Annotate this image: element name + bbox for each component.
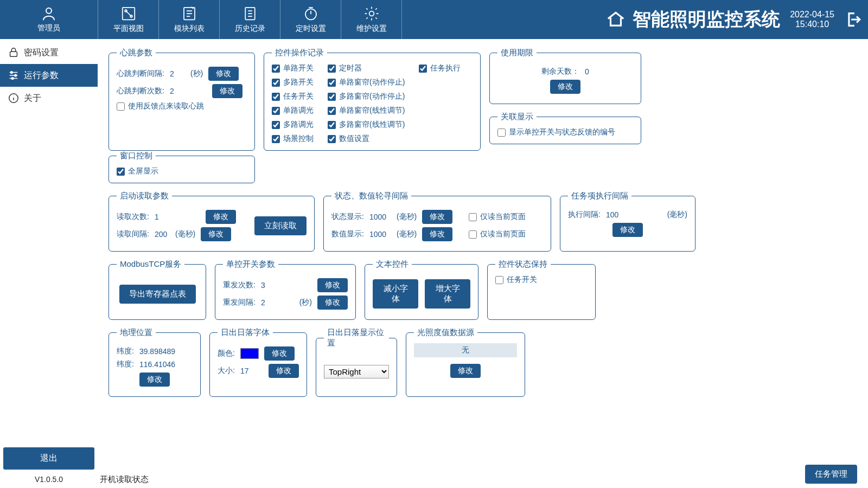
header-user: 管理员 — [0, 0, 98, 39]
group-oplog: 控件操作记录 单路开关多路开关任务开关单路调光多路调光场景控制 定时器单路窗帘(… — [264, 48, 481, 151]
user-label: 管理员 — [37, 23, 60, 33]
group-single-switch: 单控开关参数 重发次数: 3 修改 重发间隔: 2 (秒) 修改 — [215, 259, 356, 320]
gear-icon — [363, 5, 380, 22]
group-light-src: 光照度值数据源 无 修改 — [406, 328, 525, 397]
group-sunfont: 日出日落字体 颜色: 修改 大小: 17 修改 — [209, 328, 307, 397]
group-sunpos: 日出日落显示位置 TopRight — [316, 328, 397, 397]
exit-button[interactable]: 退出 — [3, 447, 94, 470]
header-datetime: 2022-04-15 15:40:10 — [787, 0, 838, 39]
svg-point-7 — [369, 11, 374, 16]
group-text-ctrl: 文本控件 减小字体 增大字体 — [365, 259, 478, 320]
sun-size-modify[interactable]: 修改 — [269, 364, 299, 378]
oplog-checkbox[interactable]: 单路开关 — [272, 63, 314, 73]
group-task-interval: 任务项执行间隔 执行间隔: 100 (毫秒) 修改 — [560, 191, 695, 252]
light-src-display: 无 — [414, 343, 517, 357]
svg-point-0 — [46, 8, 52, 14]
task-interval-modify[interactable]: 修改 — [612, 223, 643, 237]
module-list-icon — [181, 5, 197, 22]
header-time: 15:40:10 — [795, 20, 829, 29]
sunpos-select[interactable]: TopRight — [324, 365, 389, 378]
sun-color-swatch[interactable] — [240, 348, 259, 359]
boot-read-status: 开机读取状态 — [100, 474, 149, 485]
timer-icon — [303, 5, 319, 22]
svg-point-10 — [15, 74, 17, 76]
read-now-button[interactable]: 立刻读取 — [254, 216, 307, 235]
link-display-checkbox[interactable]: 显示单控开关与状态反馈的编号 — [497, 127, 633, 137]
group-state-keep: 控件状态保持 任务开关 — [487, 259, 596, 320]
startup-interval-modify[interactable]: 修改 — [201, 227, 231, 241]
group-window: 窗口控制 全屏显示 — [108, 151, 255, 183]
oplog-checkbox[interactable]: 多路窗帘(线性调节) — [328, 120, 405, 130]
svg-point-9 — [11, 72, 13, 74]
group-heartbeat: 心跳参数 心跳判断间隔: 2 (秒) 修改 心跳判断次数: 2 修改 使用反馈点… — [108, 48, 255, 151]
info-icon — [8, 92, 20, 104]
oplog-checkbox[interactable]: 多路开关 — [272, 78, 314, 87]
oplog-checkbox[interactable]: 单路窗帘(线性调节) — [328, 106, 405, 115]
sidebar-item-about[interactable]: 关于 — [0, 87, 98, 110]
home-icon — [605, 9, 626, 30]
sliders-icon — [8, 69, 20, 81]
oplog-checkbox[interactable]: 单路窗帘(动作停止) — [328, 78, 405, 87]
app-title-container: 智能照明监控系统 — [605, 0, 787, 39]
lock-icon — [8, 47, 20, 59]
group-poll: 状态、数值轮寻间隔 状态显示: 1000 (毫秒) 修改 仅读当前页面 数值显示… — [323, 191, 551, 252]
oplog-checkbox[interactable]: 多路窗帘(动作停止) — [328, 92, 405, 101]
oplog-checkbox[interactable]: 场景控制 — [272, 134, 314, 144]
startup-count-modify[interactable]: 修改 — [206, 210, 236, 224]
oplog-checkbox[interactable]: 单路调光 — [272, 106, 314, 115]
group-modbus: ModbusTCP服务 导出寄存器点表 — [108, 259, 206, 320]
poll-status-modify[interactable]: 修改 — [422, 210, 452, 224]
history-icon — [242, 5, 258, 22]
font-increase[interactable]: 增大字体 — [425, 279, 470, 309]
oplog-checkbox[interactable]: 数值设置 — [328, 134, 405, 144]
heartbeat-interval-modify[interactable]: 修改 — [208, 67, 239, 81]
oplog-checkbox[interactable]: 任务执行 — [419, 63, 461, 73]
group-usage: 使用期限 剩余天数： 0 修改 — [489, 48, 641, 104]
light-src-modify[interactable]: 修改 — [450, 364, 481, 378]
user-icon — [41, 6, 57, 22]
usage-modify[interactable]: 修改 — [550, 80, 580, 94]
group-geo: 地理位置 纬度:39.898489 纬度:116.41046 修改 — [108, 328, 201, 397]
poll-value-curpage[interactable]: 仅读当前页面 — [469, 229, 526, 239]
task-management-button[interactable]: 任务管理 — [805, 465, 857, 484]
heartbeat-count-modify[interactable]: 修改 — [212, 84, 242, 98]
font-decrease[interactable]: 减小字体 — [373, 279, 418, 309]
plan-view-icon — [120, 5, 137, 22]
logout-button[interactable] — [838, 0, 868, 39]
oplog-checkbox[interactable]: 任务开关 — [272, 92, 314, 101]
retry-count-modify[interactable]: 修改 — [317, 278, 348, 292]
nav-plan-view[interactable]: 平面视图 — [98, 0, 159, 39]
sun-color-modify[interactable]: 修改 — [264, 346, 295, 361]
oplog-checkbox[interactable]: 定时器 — [328, 63, 405, 73]
logout-icon — [844, 10, 862, 29]
heartbeat-feedback-checkbox[interactable]: 使用反馈点来读取心跳 — [117, 101, 247, 111]
fullscreen-checkbox[interactable]: 全屏显示 — [117, 166, 247, 176]
geo-modify[interactable]: 修改 — [139, 373, 170, 387]
sidebar-item-runtime-params[interactable]: 运行参数 — [0, 64, 98, 87]
poll-value-modify[interactable]: 修改 — [422, 227, 452, 241]
oplog-checkbox[interactable]: 多路调光 — [272, 120, 314, 130]
retry-interval-modify[interactable]: 修改 — [317, 296, 348, 310]
poll-status-curpage[interactable]: 仅读当前页面 — [469, 212, 526, 222]
app-title: 智能照明监控系统 — [633, 7, 780, 32]
nav-timer[interactable]: 定时设置 — [280, 0, 341, 39]
svg-point-11 — [11, 78, 14, 80]
nav-module-list[interactable]: 模块列表 — [159, 0, 220, 39]
svg-rect-8 — [10, 52, 17, 56]
group-link-display: 关联显示 显示单控开关与状态反馈的编号 — [489, 112, 641, 144]
state-keep-checkbox[interactable]: 任务开关 — [495, 275, 588, 285]
export-register-table[interactable]: 导出寄存器点表 — [119, 285, 196, 304]
group-startup: 启动读取参数 读取次数: 1 修改 读取间隔: 200 (毫秒) — [108, 191, 315, 252]
nav-maintenance[interactable]: 维护设置 — [341, 0, 402, 39]
sidebar-item-password[interactable]: 密码设置 — [0, 41, 98, 64]
version-label: V1.0.5.0 — [0, 472, 98, 488]
header-date: 2022-04-15 — [790, 10, 834, 20]
nav-history[interactable]: 历史记录 — [220, 0, 280, 39]
